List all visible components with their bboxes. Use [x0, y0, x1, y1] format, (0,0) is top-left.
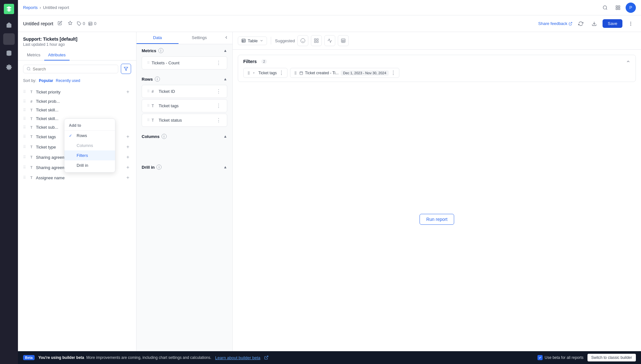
- row-item[interactable]: ⠿ T Ticket tags ⋮: [142, 99, 227, 112]
- drag-handle-icon: ⠿: [147, 61, 150, 65]
- refresh-button[interactable]: [576, 19, 586, 29]
- filters-tags: T Ticket tags ⋮ Ticket created - Ti... D…: [238, 68, 636, 82]
- breadcrumb-current: Untitled report: [43, 5, 69, 10]
- metric-label: Tickets - Count: [152, 61, 213, 65]
- filter-tag[interactable]: Ticket created - Ti... Dec 1, 2023 - Nov…: [290, 68, 399, 78]
- viz-chart-btn[interactable]: [324, 35, 335, 46]
- more-options-button[interactable]: [626, 19, 636, 29]
- second-bar: Untitled report 0 0 Share feedback Save: [18, 15, 641, 32]
- context-menu-drill-in[interactable]: Drill in: [64, 160, 115, 170]
- sort-popular-link[interactable]: Popular: [39, 78, 53, 83]
- viz-type-select[interactable]: Table: [238, 36, 267, 45]
- viz-table-btn[interactable]: [338, 35, 349, 46]
- share-feedback-button[interactable]: Share feedback: [538, 21, 572, 26]
- learn-more-link[interactable]: Learn about builder beta: [215, 355, 260, 360]
- type-icon-t: T: [29, 155, 34, 159]
- add-attribute-button[interactable]: +: [125, 89, 131, 95]
- filter-tag-more-button[interactable]: ⋮: [279, 70, 284, 76]
- add-attribute-button[interactable]: +: [125, 164, 131, 171]
- svg-rect-13: [89, 22, 92, 25]
- row-item[interactable]: ⠿ # Ticket ID ⋮: [142, 85, 227, 98]
- svg-line-17: [570, 22, 572, 24]
- rows-info-icon[interactable]: i: [155, 77, 160, 82]
- search-button[interactable]: [600, 3, 610, 13]
- viz-emoji-btn[interactable]: [297, 35, 308, 46]
- type-icon-t: T: [29, 166, 34, 169]
- columns-title: Columns i: [142, 134, 167, 139]
- run-report-button[interactable]: Run report: [420, 214, 454, 225]
- row-more-button[interactable]: ⋮: [215, 117, 222, 124]
- list-item[interactable]: ⠿ # Ticket prob...: [18, 97, 136, 106]
- bottom-bar: Beta You're using builder beta More impr…: [18, 351, 641, 364]
- svg-point-46: [249, 74, 249, 74]
- star-button[interactable]: [67, 20, 74, 28]
- type-icon-t: T: [29, 176, 34, 180]
- right-panel: Table Suggested Filters: [233, 32, 641, 351]
- viz-toolbar: Table Suggested: [233, 32, 641, 50]
- nav-database-icon[interactable]: [3, 47, 15, 59]
- metric-item[interactable]: ⠿ Tickets - Count ⋮: [142, 56, 227, 69]
- save-button[interactable]: Save: [603, 19, 622, 28]
- middle-panel-collapse-button[interactable]: [220, 32, 232, 44]
- type-icon-t: T: [29, 117, 34, 121]
- nav-settings-icon[interactable]: [3, 61, 15, 73]
- tab-metrics[interactable]: Metrics: [23, 50, 44, 61]
- filter-tag-label: Ticket tags: [258, 71, 277, 75]
- svg-point-45: [249, 73, 249, 73]
- user-avatar[interactable]: P: [626, 3, 636, 13]
- drag-handle-icon: ⠿: [23, 117, 27, 121]
- columns-info-icon[interactable]: i: [162, 134, 167, 139]
- report-title: Untitled report: [23, 21, 53, 26]
- dataset-header: Support: Tickets [default] Last updated …: [18, 32, 136, 50]
- metrics-info-icon[interactable]: i: [158, 48, 163, 53]
- tab-attributes[interactable]: Attributes: [44, 50, 70, 61]
- list-item[interactable]: ⠿ T Ticket priority +: [18, 87, 136, 97]
- row-item[interactable]: ⠿ T Ticket status ⋮: [142, 114, 227, 127]
- drill-in-info-icon[interactable]: i: [156, 165, 162, 170]
- edit-title-button[interactable]: [56, 20, 63, 28]
- add-attribute-button[interactable]: +: [125, 144, 131, 150]
- drill-in-section: Drill in i ▲: [137, 161, 232, 172]
- row-label: Ticket tags: [159, 103, 213, 108]
- svg-rect-35: [314, 41, 316, 43]
- filter-button[interactable]: [121, 64, 131, 74]
- viz-layout-btn[interactable]: [311, 35, 322, 46]
- tab-data[interactable]: Data: [137, 32, 179, 44]
- filter-tag-more-button[interactable]: ⋮: [391, 70, 396, 76]
- context-menu-filters[interactable]: Filters: [64, 150, 115, 160]
- nav-reporting-icon[interactable]: [3, 33, 15, 45]
- svg-marker-11: [68, 21, 72, 25]
- drag-handle-icon: ⠿: [147, 89, 150, 93]
- metric-more-button[interactable]: ⋮: [215, 59, 222, 67]
- row-more-button[interactable]: ⋮: [215, 88, 222, 95]
- logo[interactable]: [4, 4, 14, 14]
- nav-home-icon[interactable]: [3, 19, 15, 31]
- add-attribute-button[interactable]: +: [125, 174, 131, 181]
- drill-in-section-header: Drill in i ▲: [137, 161, 232, 172]
- breadcrumb-reports-link[interactable]: Reports: [23, 5, 38, 10]
- download-button[interactable]: [589, 19, 599, 29]
- rows-collapse-icon[interactable]: ▲: [223, 77, 227, 81]
- apps-button[interactable]: [613, 3, 623, 13]
- svg-rect-7: [616, 6, 618, 7]
- attr-label: Ticket priority: [36, 90, 123, 94]
- context-menu-rows[interactable]: ✓ Rows: [64, 131, 115, 141]
- list-item[interactable]: ⠿ T Assignee name +: [18, 173, 136, 183]
- add-attribute-button[interactable]: +: [125, 133, 131, 140]
- switch-classic-button[interactable]: Switch to classic builder: [587, 354, 636, 361]
- add-attribute-button[interactable]: +: [125, 154, 131, 160]
- tab-settings[interactable]: Settings: [179, 32, 221, 44]
- filters-header[interactable]: Filters 2: [238, 55, 636, 68]
- drill-in-collapse-icon[interactable]: ▲: [223, 165, 227, 169]
- columns-collapse-icon[interactable]: ▲: [223, 134, 227, 139]
- search-input[interactable]: [33, 67, 115, 71]
- rows-section-header: Rows i ▲: [137, 73, 232, 84]
- beta-checkbox[interactable]: Use beta for all reports: [537, 355, 583, 360]
- field-type-t: T: [152, 118, 157, 123]
- row-more-button[interactable]: ⋮: [215, 102, 222, 109]
- sort-recent-link[interactable]: Recently used: [56, 78, 80, 83]
- top-bar-actions: P: [600, 3, 636, 13]
- metrics-collapse-icon[interactable]: ▲: [223, 48, 227, 53]
- filter-tag[interactable]: T Ticket tags ⋮: [243, 68, 287, 78]
- list-item[interactable]: ⠿ T Ticket skill...: [18, 106, 136, 114]
